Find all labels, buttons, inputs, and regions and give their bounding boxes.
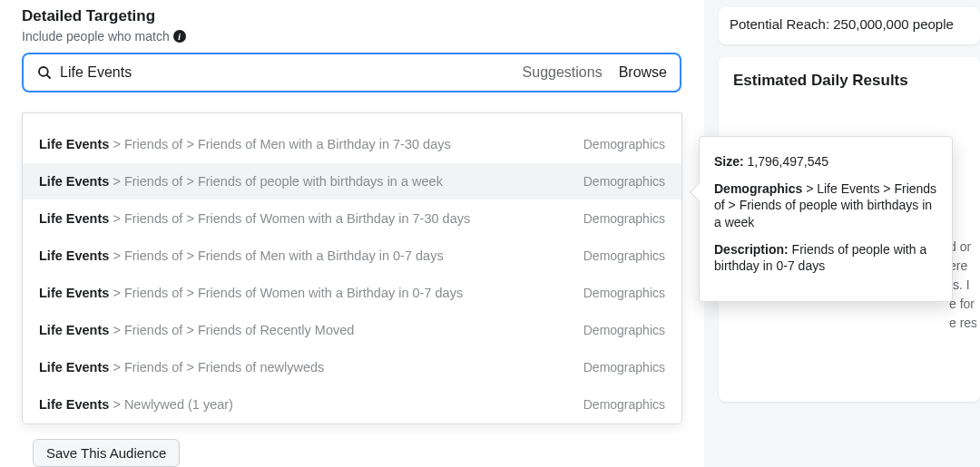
search-container: Suggestions Browse — [22, 53, 681, 92]
tooltip-description: Description: Friends of people with a bi… — [714, 241, 937, 274]
dropdown-path: Life Events > Friends of > Friends of Wo… — [39, 211, 470, 226]
dropdown-row[interactable]: Life Events > Friends of > Friends of Wo… — [23, 200, 681, 238]
dropdown-category: Demographics — [583, 286, 665, 300]
dropdown-row[interactable]: Life Events > Friends of > Friends of ne… — [23, 349, 681, 386]
browse-link[interactable]: Browse — [619, 64, 667, 81]
suggestions-link[interactable]: Suggestions — [523, 64, 603, 81]
dropdown-path-bold: Life Events — [39, 137, 109, 151]
dropdown-path-rest: > Friends of > Friends of Women with a B… — [109, 211, 470, 226]
save-audience-button[interactable]: Save This Audience — [33, 439, 180, 467]
dropdown-path-rest: > Newlywed (1 year) — [109, 397, 233, 412]
dropdown-category: Demographics — [583, 248, 665, 263]
dropdown-row[interactable]: Life Events > Newlywed (1 year)Demograph… — [23, 386, 681, 423]
dropdown-path-bold: Life Events — [39, 286, 109, 300]
dropdown-path-rest: > Friends of > Friends of Recently Moved — [109, 323, 354, 337]
dropdown-row[interactable]: Life Events > Friends of > Friends of Me… — [23, 238, 681, 275]
dropdown-path: Life Events > Friends of > Friends of Wo… — [39, 286, 463, 300]
search-input[interactable] — [60, 64, 523, 81]
info-icon[interactable]: i — [173, 30, 186, 43]
dropdown-path-rest: > Friends of > Friends of Women with a B… — [109, 286, 463, 300]
section-subtitle: Include people who match i — [22, 29, 681, 44]
dropdown-category: Demographics — [583, 323, 665, 337]
dropdown-category: Demographics — [583, 397, 665, 412]
bg-fragment: d or — [949, 238, 976, 257]
bg-fragment: e res — [949, 314, 976, 333]
subtitle-text: Include people who match — [22, 29, 170, 44]
dropdown-category: Demographics — [583, 137, 665, 151]
tooltip-demographics: Demographics > Life Events > Friends of … — [714, 180, 937, 230]
background-clipped-text: d orerets. Ie fore res — [949, 238, 976, 333]
section-title: Detailed Targeting — [22, 7, 681, 25]
dropdown-path-bold: Life Events — [39, 360, 109, 375]
dropdown-path: Life Events > Friends of > Friends of Me… — [39, 137, 451, 151]
bg-fragment: ere — [949, 257, 976, 276]
dropdown-path-bold: Life Events — [39, 174, 109, 189]
dropdown-path-rest: > Friends of > Friends of newlyweds — [109, 360, 324, 375]
dropdown-row[interactable]: Life Events > Friends of > Friends of Me… — [23, 126, 681, 163]
dropdown-path: Life Events > Friends of > Friends of ne… — [39, 360, 324, 375]
search-icon — [36, 64, 53, 81]
svg-line-1 — [47, 75, 50, 78]
dropdown-row[interactable]: Life Events > Friends of > Friends of Wo… — [23, 275, 681, 312]
tooltip-size: Size: 1,796,497,545 — [714, 153, 937, 170]
dropdown-category: Demographics — [583, 174, 665, 189]
potential-reach-card: Potential Reach: 250,000,000 people — [719, 7, 980, 44]
dropdown-path: Life Events > Friends of > Friends of Me… — [39, 248, 444, 263]
search-dropdown: Life Events > Friends of > Friends of pe… — [22, 112, 682, 424]
dropdown-category: Demographics — [583, 360, 665, 375]
daily-results-title: Estimated Daily Results — [733, 72, 965, 90]
audience-detail-tooltip: Size: 1,796,497,545 Demographics > Life … — [699, 136, 953, 302]
dropdown-path: Life Events > Friends of > Friends of Re… — [39, 323, 354, 337]
dropdown-row[interactable]: Life Events > Friends of > Friends of Re… — [23, 312, 681, 349]
dropdown-path-rest: > Friends of > Friends of people with bi… — [109, 174, 443, 189]
dropdown-row-truncated[interactable]: Life Events > Friends of > Friends of pe… — [23, 113, 681, 126]
dropdown-path-rest: > Friends of > Friends of Men with a Bir… — [109, 248, 443, 263]
bg-fragment: ts. I — [949, 276, 976, 295]
potential-reach-text: Potential Reach: 250,000,000 people — [730, 16, 954, 32]
bg-fragment: e for — [949, 295, 976, 314]
left-panel: Detailed Targeting Include people who ma… — [0, 0, 703, 467]
dropdown-path: Life Events > Friends of > Friends of pe… — [39, 174, 443, 189]
targeting-screen: Detailed Targeting Include people who ma… — [0, 0, 980, 467]
dropdown-path-bold: Life Events — [39, 248, 109, 263]
dropdown-path-bold: Life Events — [39, 323, 109, 337]
dropdown-path: Life Events > Newlywed (1 year) — [39, 397, 233, 412]
dropdown-path-bold: Life Events — [39, 397, 109, 412]
dropdown-category: Demographics — [583, 211, 665, 226]
dropdown-row[interactable]: Life Events > Friends of > Friends of pe… — [23, 163, 681, 200]
dropdown-path-rest: > Friends of > Friends of Men with a Bir… — [109, 137, 450, 151]
dropdown-path-bold: Life Events — [39, 211, 109, 226]
